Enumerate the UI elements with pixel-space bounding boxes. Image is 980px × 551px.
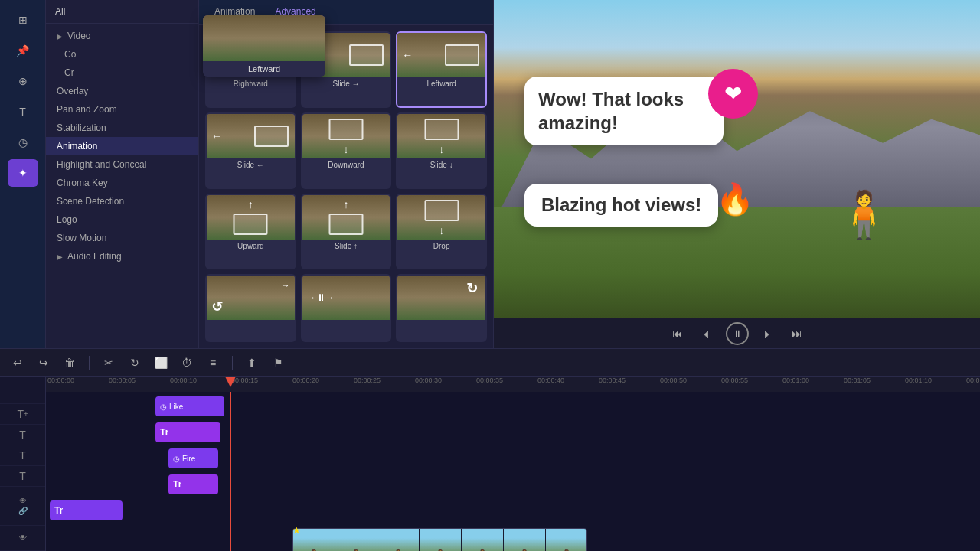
cut-button[interactable]: ✂ [99,353,119,373]
undo-button[interactable]: ↩ [8,353,28,373]
effect-slide-up[interactable]: ↑ Slide ↑ [301,194,392,270]
timeline-content: T + T T T 👁 🔗 👁 [0,377,980,551]
time-mark-2: 00:00:10 [170,377,197,384]
track-label-video2: 👁 [0,526,45,551]
track-label-overlay4: T [0,466,45,487]
pause-button[interactable]: ⏸ [726,322,749,345]
video-background: 🧍 Wow! That looks amazing! ❤ Blazing hot… [494,0,980,318]
sidebar: ⊞ 📌 ⊕ T ◷ ✦ [0,0,46,348]
effect-arc-left[interactable]: ↺ → [205,274,296,342]
track-row-1: ◷ Like [46,393,980,419]
timeline-tracks[interactable]: 00:00:00 00:00:05 00:00:10 00:00:15 00:0… [46,377,980,551]
track-row-2: Tr [46,419,980,445]
delete-button[interactable]: 🗑 [60,353,80,373]
playhead[interactable] [230,392,231,551]
person-figure: 🧍 [835,192,893,238]
sidebar-clock-btn[interactable]: ◷ [8,129,38,156]
effect-label-rightward: Rightward [207,77,295,90]
split-button[interactable]: ↻ [125,353,145,373]
menu-item-audio[interactable]: ▶Audio Editing [46,247,198,266]
effect-label-slide-up: Slide ↑ [302,240,390,253]
sidebar-text-btn[interactable]: T [8,98,38,126]
fire-icon: 🔥 [716,184,754,214]
like-clip[interactable]: ◷ Like [155,396,224,416]
fire-clip[interactable]: ◷ Fire [168,448,218,468]
main-text-clip[interactable]: Tr [50,500,122,520]
export-button[interactable]: ⬆ [242,353,262,373]
effect-leftward[interactable]: ← Leftward [396,31,487,108]
timer-button[interactable]: ⏱ [177,353,197,373]
sidebar-grid-btn[interactable]: ⊞ [8,6,38,34]
preview-bg [203,15,325,61]
frame-4: 🧍 [420,529,462,551]
preview-thumbnail: ← [203,15,325,61]
effect-thumb-drop: ↓ [397,195,485,240]
toolbar-separator-1 [89,356,90,370]
menu-item-crop[interactable]: Cr [46,64,198,82]
text-clip-1[interactable]: Tr [155,422,220,442]
frame-3: 🧍 [377,529,420,551]
redo-button[interactable]: ↪ [34,353,54,373]
flag-button[interactable]: ⚑ [268,353,288,373]
text-clip-2[interactable]: Tr [168,474,218,494]
effect-pause[interactable]: →⏸→ [301,274,392,342]
menu-item-pan-zoom[interactable]: Pan and Zoom [46,100,198,119]
menu-item-scene[interactable]: Scene Detection [46,192,198,210]
menu-item-slow-motion[interactable]: Slow Motion [46,229,198,247]
time-ruler: 00:00:00 00:00:05 00:00:10 00:00:15 00:0… [46,377,980,392]
time-mark-3: 00:00:15 [231,377,258,384]
effect-label-drop: Drop [397,240,485,253]
track-label-overlay3: T [0,445,45,466]
time-mark-1: 00:00:05 [109,377,136,384]
track-label-video1: 👁 🔗 [0,487,45,526]
effect-slide-left[interactable]: ← Slide ← [205,112,296,189]
effect-label-downward: Downward [302,158,390,171]
toolbar-separator-2 [232,356,233,370]
track-row-4: Tr [46,471,980,497]
menu-item-overlay[interactable]: Overlay [46,82,198,100]
sidebar-star-btn[interactable]: ✦ [8,159,38,187]
menu-item-highlight[interactable]: Highlight and Conceal [46,155,198,174]
effect-thumb-slide-left: ← [207,114,295,158]
play-button[interactable]: ⏵ [758,324,778,344]
align-button[interactable]: ≡ [203,353,223,373]
left-panel: All ▶Video Co Cr Overlay Pan and Zoom St… [46,0,199,348]
tracks-container: ◷ Like Tr ◷ Fire [46,392,980,551]
effect-arc-right[interactable]: ↻ [396,274,487,342]
bubble-2-text: Blazing hot views! [541,194,701,216]
preview-area: 🧍 Wow! That looks amazing! ❤ Blazing hot… [494,0,980,348]
menu-item-video[interactable]: ▶Video [46,27,198,45]
effect-thumb-arc-right: ↻ [397,276,485,320]
speech-bubble-1: Wow! That looks amazing! [524,77,724,145]
effect-downward[interactable]: ↓ Downward [301,112,392,189]
crop-timeline-button[interactable]: ⬜ [151,353,171,373]
menu-item-chroma[interactable]: Chroma Key [46,174,198,192]
menu-item-stabilization[interactable]: Stabilization [46,119,198,137]
sidebar-pin-btn[interactable]: 📌 [8,37,38,64]
track-labels: T + T T T 👁 🔗 👁 [0,377,46,551]
step-back-button[interactable]: ⏴ [697,324,717,344]
video-star-icon: ★ [292,525,301,536]
skip-start-button[interactable]: ⏮ [668,324,688,344]
effects-panel: Animation Advanced ← Leftward → Rightwar… [199,0,494,348]
track-label-overlay1: T + [0,404,45,425]
track-row-text: Tr [46,497,980,523]
effect-upward[interactable]: ↑ Upward [205,194,296,270]
menu-item-logo[interactable]: Logo [46,210,198,229]
timeline-toolbar: ↩ ↪ 🗑 ✂ ↻ ⬜ ⏱ ≡ ⬆ ⚑ [0,349,980,377]
skip-end-button[interactable]: ⏭ [787,324,807,344]
speech-bubble-2: Blazing hot views! [524,184,718,227]
effect-thumb-pause: →⏸→ [302,276,390,320]
effect-slide-down[interactable]: ↓ Slide ↓ [396,112,487,189]
menu-item-color[interactable]: Co [46,45,198,64]
track-row-video: ★ 🧍 🧍 🧍 🧍 🧍 🧍 🧍 [46,523,980,551]
effect-label-slide-left: Slide ← [207,158,295,171]
sidebar-layers-btn[interactable]: ⊕ [8,67,38,95]
time-mark-14: 00:01:10 [905,377,932,384]
effect-thumb-slide-up: ↑ [302,195,390,240]
effect-drop[interactable]: ↓ Drop [396,194,487,270]
preview-label: Leftward [203,61,325,77]
main-video-clip[interactable]: 🧍 🧍 🧍 🧍 🧍 🧍 🧍 [292,528,587,551]
menu-item-animation[interactable]: Animation [46,137,198,155]
frame-5: 🧍 [462,529,504,551]
